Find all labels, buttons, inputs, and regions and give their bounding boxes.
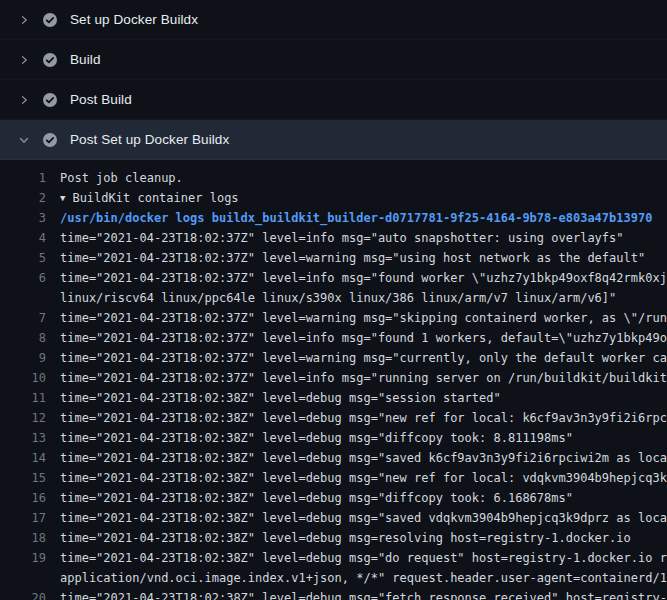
check-circle-icon [42,12,58,28]
log-line[interactable]: 8time="2021-04-23T18:02:37Z" level=info … [0,328,667,348]
log-area: 1Post job cleanup.2▼BuildKit container l… [0,160,667,600]
log-line[interactable]: linux/riscv64 linux/ppc64le linux/s390x … [0,288,667,308]
log-text: time="2021-04-23T18:02:38Z" level=debug … [46,508,667,528]
step-row[interactable]: Build [0,40,667,80]
line-number[interactable]: 15 [0,468,46,488]
log-line[interactable]: 5time="2021-04-23T18:02:37Z" level=warni… [0,248,667,268]
line-number[interactable]: 9 [0,348,46,368]
line-number[interactable]: 18 [0,528,46,548]
log-text: time="2021-04-23T18:02:38Z" level=debug … [46,548,667,568]
line-number[interactable]: 20 [0,588,46,600]
log-line[interactable]: 14time="2021-04-23T18:02:38Z" level=debu… [0,448,667,468]
check-circle-icon [42,92,58,108]
chevron-down-icon[interactable] [16,132,32,148]
line-number[interactable]: 8 [0,328,46,348]
log-text: time="2021-04-23T18:02:37Z" level=info m… [46,228,667,248]
log-line[interactable]: 6time="2021-04-23T18:02:37Z" level=info … [0,268,667,288]
line-number[interactable]: 13 [0,428,46,448]
line-number[interactable]: 2 [0,188,46,208]
log-line[interactable]: 18time="2021-04-23T18:02:38Z" level=debu… [0,528,667,548]
line-number[interactable]: 3 [0,208,46,228]
line-number[interactable]: 4 [0,228,46,248]
log-text: time="2021-04-23T18:02:37Z" level=info m… [46,268,667,288]
check-circle-icon [42,132,58,148]
log-line[interactable]: 1Post job cleanup. [0,168,667,188]
line-number[interactable]: 7 [0,308,46,328]
log-text: linux/riscv64 linux/ppc64le linux/s390x … [46,288,667,308]
line-number[interactable]: 19 [0,548,46,568]
log-text: time="2021-04-23T18:02:37Z" level=warnin… [46,348,667,368]
step-row[interactable]: Set up Docker Buildx [0,0,667,40]
log-line[interactable]: 17time="2021-04-23T18:02:38Z" level=debu… [0,508,667,528]
log-text: time="2021-04-23T18:02:38Z" level=debug … [46,408,667,428]
line-number[interactable]: 16 [0,488,46,508]
chevron-right-icon[interactable] [16,12,32,28]
log-line[interactable]: 11time="2021-04-23T18:02:38Z" level=debu… [0,388,667,408]
log-text: time="2021-04-23T18:02:38Z" level=debug … [46,448,667,468]
step-label: Set up Docker Buildx [70,12,198,27]
log-text: Post job cleanup. [46,168,667,188]
log-line[interactable]: 3/usr/bin/docker logs buildx_buildkit_bu… [0,208,667,228]
log-text: time="2021-04-23T18:02:37Z" level=info m… [46,368,667,388]
log-line[interactable]: 20time="2021-04-23T18:02:38Z" level=debu… [0,588,667,600]
log-text: time="2021-04-23T18:02:38Z" level=debug … [46,488,667,508]
log-text: application/vnd.oci.image.index.v1+json,… [46,568,667,588]
log-text: time="2021-04-23T18:02:37Z" level=warnin… [46,248,667,268]
line-number[interactable]: 5 [0,248,46,268]
log-text: time="2021-04-23T18:02:38Z" level=debug … [46,388,667,408]
log-command-text[interactable]: /usr/bin/docker logs buildx_buildkit_bui… [46,208,667,228]
log-text: time="2021-04-23T18:02:38Z" level=debug … [46,468,667,488]
chevron-right-icon[interactable] [16,52,32,68]
log-line[interactable]: 19time="2021-04-23T18:02:38Z" level=debu… [0,548,667,568]
step-label: Post Build [70,92,132,107]
log-line[interactable]: 9time="2021-04-23T18:02:37Z" level=warni… [0,348,667,368]
log-text: time="2021-04-23T18:02:38Z" level=debug … [46,588,667,600]
line-number[interactable]: 12 [0,408,46,428]
chevron-right-icon[interactable] [16,92,32,108]
line-number[interactable] [0,568,46,588]
log-line[interactable]: 12time="2021-04-23T18:02:38Z" level=debu… [0,408,667,428]
line-number[interactable] [0,288,46,308]
log-text: time="2021-04-23T18:02:38Z" level=debug … [46,428,667,448]
line-number[interactable]: 14 [0,448,46,468]
log-line[interactable]: application/vnd.oci.image.index.v1+json,… [0,568,667,588]
actions-log-viewer: Set up Docker BuildxBuildPost BuildPost … [0,0,667,600]
log-text: time="2021-04-23T18:02:37Z" level=info m… [46,328,667,348]
check-circle-icon [42,52,58,68]
step-row[interactable]: Post Set up Docker Buildx [0,120,667,160]
line-number[interactable]: 17 [0,508,46,528]
log-text: time="2021-04-23T18:02:37Z" level=warnin… [46,308,667,328]
line-number[interactable]: 6 [0,268,46,288]
log-line[interactable]: 16time="2021-04-23T18:02:38Z" level=debu… [0,488,667,508]
log-text: time="2021-04-23T18:02:38Z" level=debug … [46,528,667,548]
log-line[interactable]: 15time="2021-04-23T18:02:38Z" level=debu… [0,468,667,488]
log-text: ▼BuildKit container logs [46,188,667,208]
line-number[interactable]: 1 [0,168,46,188]
log-line[interactable]: 13time="2021-04-23T18:02:38Z" level=debu… [0,428,667,448]
log-line[interactable]: 2▼BuildKit container logs [0,188,667,208]
triangle-down-icon[interactable]: ▼ [60,188,65,208]
step-list: Set up Docker BuildxBuildPost BuildPost … [0,0,667,160]
step-label: Build [70,52,101,67]
log-line[interactable]: 7time="2021-04-23T18:02:37Z" level=warni… [0,308,667,328]
line-number[interactable]: 10 [0,368,46,388]
line-number[interactable]: 11 [0,388,46,408]
step-label: Post Set up Docker Buildx [70,132,229,147]
log-line[interactable]: 4time="2021-04-23T18:02:37Z" level=info … [0,228,667,248]
step-row[interactable]: Post Build [0,80,667,120]
group-title[interactable]: BuildKit container logs [72,191,238,205]
log-line[interactable]: 10time="2021-04-23T18:02:37Z" level=info… [0,368,667,388]
